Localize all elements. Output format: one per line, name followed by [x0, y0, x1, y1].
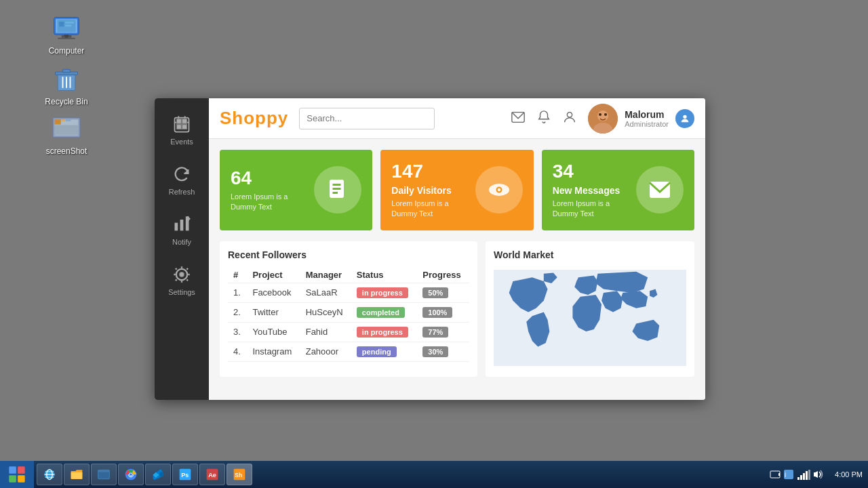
start-button[interactable] [0, 461, 34, 488]
taskbar-window-button[interactable] [91, 464, 117, 485]
screenshot-icon [52, 114, 81, 144]
taskbar-ie-button[interactable] [37, 464, 62, 485]
cell-project: Facebook [247, 283, 300, 302]
world-market-panel: World Market [486, 241, 694, 377]
svg-rect-55 [18, 466, 24, 474]
svg-rect-33 [186, 216, 189, 230]
app5-icon: Ae [205, 468, 219, 481]
document-icon [326, 178, 350, 202]
header: Shoppy [209, 98, 705, 139]
svg-rect-29 [177, 125, 181, 129]
svg-rect-65 [98, 470, 110, 472]
stat-card-1: 64 Lorem Ipsum is a Dummy Text [220, 150, 372, 230]
cell-manager: HuSceyN [300, 302, 351, 322]
stat-3-number: 34 [553, 161, 636, 182]
tray-icon-1 [770, 469, 781, 480]
svg-rect-63 [71, 472, 83, 479]
sidebar-item-settings[interactable]: Settings [155, 256, 209, 306]
stat-1-icon-circle [314, 166, 361, 214]
desktop-icon-screenshot[interactable]: screenShot [39, 114, 94, 156]
stat-2-number: 147 [391, 161, 475, 182]
svg-text:Sh: Sh [235, 472, 242, 479]
search-input[interactable] [299, 108, 435, 129]
svg-rect-85 [808, 470, 810, 480]
events-label: Events [170, 138, 193, 146]
bell-icon[interactable] [536, 110, 551, 127]
svg-rect-83 [803, 473, 805, 480]
windows-logo-icon [7, 465, 26, 484]
stat-card-1-info: 64 Lorem Ipsum is a Dummy Text [231, 167, 314, 213]
cell-progress: 30% [417, 342, 469, 361]
user-name: Malorum [625, 109, 669, 120]
svg-rect-77 [770, 471, 780, 478]
svg-rect-19 [55, 125, 79, 136]
col-project: Project [247, 267, 300, 283]
mail-icon[interactable] [511, 110, 526, 127]
table-row: 2. Twitter HuSceyN completed 100% [228, 302, 469, 322]
window-icon [97, 468, 111, 481]
stat-card-3-info: 34 New Messages Lorem Ipsum is a Dummy T… [553, 161, 636, 220]
stat-3-desc: Lorem Ipsum is a Dummy Text [553, 199, 636, 220]
cell-status: pending [351, 342, 417, 361]
cell-project: Twitter [247, 302, 300, 322]
tray-icon-2: i [783, 469, 794, 480]
svg-rect-10 [63, 69, 71, 73]
svg-rect-18 [66, 119, 71, 121]
notify-label: Notify [172, 238, 191, 246]
taskbar-ps-button[interactable]: Ps [172, 464, 198, 485]
main-content: Shoppy [209, 98, 705, 400]
svg-rect-27 [177, 119, 181, 123]
progress-badge: 77% [422, 327, 448, 338]
notify-icon [172, 215, 191, 234]
signal-icon [797, 469, 810, 480]
taskbar-items: Ps Ae Sh [34, 464, 764, 485]
svg-rect-78 [778, 473, 780, 476]
events-icon [172, 115, 191, 134]
table-row: 1. Facebook SaLaaR in progress 50% [228, 283, 469, 302]
sidebar-item-refresh[interactable]: Refresh [155, 155, 209, 205]
user-icon[interactable] [562, 110, 577, 127]
dashboard: 64 Lorem Ipsum is a Dummy Text [209, 139, 705, 400]
app-logo: Shoppy [220, 108, 288, 129]
user-role: Administrator [625, 120, 669, 128]
stat-2-desc: Lorem Ipsum is a Dummy Text [391, 199, 475, 220]
svg-rect-31 [175, 223, 178, 231]
col-manager: Manager [300, 267, 351, 283]
world-market-title: World Market [494, 249, 686, 260]
progress-badge: 30% [422, 346, 448, 357]
svg-rect-5 [59, 22, 64, 26]
user-menu-button[interactable] [675, 109, 694, 128]
status-badge: pending [357, 346, 397, 357]
header-icons [511, 110, 577, 127]
cell-status: in progress [351, 322, 417, 342]
stat-2-title: Daily Visitors [391, 185, 475, 196]
computer-label: Computer [49, 46, 85, 56]
svg-rect-57 [18, 475, 24, 483]
svg-rect-28 [182, 119, 186, 123]
desktop-icon-computer[interactable]: Computer [39, 14, 94, 56]
col-status: Status [351, 267, 417, 283]
photoshop-icon: Ps [178, 468, 192, 481]
cell-progress: 100% [417, 302, 469, 322]
svg-rect-6 [65, 22, 74, 24]
taskbar-vscode-button[interactable] [145, 464, 171, 485]
svg-rect-82 [800, 475, 802, 480]
svg-point-70 [130, 473, 132, 475]
taskbar-app5-button[interactable]: Ae [199, 464, 225, 485]
app-window: Events Refresh Notify [155, 98, 705, 400]
cell-status: in progress [351, 283, 417, 302]
status-badge: completed [357, 307, 405, 318]
taskbar-explorer-button[interactable] [64, 464, 90, 485]
cell-num: 1. [228, 283, 247, 302]
sidebar-item-events[interactable]: Events [155, 105, 209, 155]
svg-point-44 [683, 115, 686, 118]
svg-rect-32 [180, 220, 184, 230]
desktop-icon-recycle[interactable]: Recycle Bin [39, 64, 94, 106]
progress-badge: 50% [422, 287, 448, 298]
cell-progress: 50% [417, 283, 469, 302]
taskbar-shoppy-button[interactable]: Sh [226, 464, 252, 485]
cell-progress: 77% [417, 322, 469, 342]
sidebar-item-notify[interactable]: Notify [155, 205, 209, 256]
taskbar-chrome-button[interactable] [118, 464, 144, 485]
svg-rect-81 [797, 477, 800, 480]
